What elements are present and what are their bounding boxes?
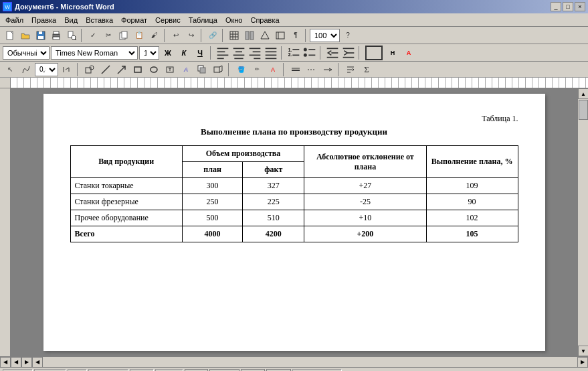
bold-button[interactable]: Ж: [161, 46, 175, 60]
undo-button[interactable]: ↩: [169, 28, 183, 43]
underline-button[interactable]: Ч: [193, 46, 207, 60]
font-select[interactable]: Times New Roman: [51, 46, 138, 60]
open-button[interactable]: [18, 28, 33, 43]
drawing-button[interactable]: [258, 28, 272, 43]
menu-edit[interactable]: Правка: [27, 15, 60, 25]
italic-button[interactable]: К: [177, 46, 191, 60]
font-color-button[interactable]: A: [401, 46, 416, 60]
draw-ellipse-button[interactable]: [146, 62, 161, 77]
table-button[interactable]: [227, 28, 241, 43]
paste-button[interactable]: 📋: [132, 28, 146, 43]
fmt-sep-3: [320, 46, 322, 60]
data-table: Вид продукции Объем производства Абсолют…: [70, 145, 518, 242]
highlight-button[interactable]: H: [385, 46, 400, 60]
menu-file[interactable]: Файл: [1, 15, 27, 25]
svg-point-59: [151, 67, 157, 72]
columns-button[interactable]: [242, 28, 257, 43]
draw-rect-button[interactable]: [130, 62, 145, 77]
increase-indent-button[interactable]: [341, 46, 356, 60]
draw-shadow-button[interactable]: [195, 62, 209, 77]
print-preview-button[interactable]: [64, 28, 79, 43]
save-button[interactable]: [33, 28, 48, 43]
menu-window[interactable]: Окно: [221, 15, 247, 25]
minimize-button[interactable]: _: [551, 2, 561, 11]
status-overtype: ЗАМ: [266, 369, 291, 372]
menu-table[interactable]: Таблица: [185, 15, 221, 25]
draw-line-style-button[interactable]: [288, 62, 303, 77]
spellcheck-button[interactable]: ✓: [86, 28, 100, 43]
scroll-up-button[interactable]: ▲: [578, 88, 588, 99]
decrease-indent-button[interactable]: [325, 46, 340, 60]
deviation-val: +27: [304, 178, 426, 194]
svg-rect-11: [122, 31, 127, 38]
indent-measure-select[interactable]: 0,5: [35, 63, 58, 76]
vertical-ruler: [0, 88, 11, 356]
draw-sort-button[interactable]: [343, 62, 358, 77]
show-hide-button[interactable]: ¶: [288, 28, 303, 43]
docmap-button[interactable]: [273, 28, 288, 43]
draw-freeform-button[interactable]: [19, 62, 33, 77]
draw-3d-button[interactable]: [211, 62, 225, 77]
draw-line-color-button[interactable]: ✏: [250, 62, 264, 77]
fact-val: 510: [243, 210, 304, 226]
tab-selector-button[interactable]: [60, 62, 74, 77]
page-nav-next-button[interactable]: ▶: [21, 357, 32, 368]
menu-view[interactable]: Вид: [60, 15, 82, 25]
plan-val: 500: [182, 210, 243, 226]
draw-font-color-button2[interactable]: A: [266, 62, 280, 77]
draw-arrow-style-button[interactable]: [320, 62, 335, 77]
format-painter-button[interactable]: 🖌: [147, 28, 162, 43]
fmt-sep-1: [210, 46, 213, 60]
product-name: Станки токарные: [70, 178, 182, 194]
page-nav-prev-button[interactable]: ◀: [11, 357, 21, 368]
menu-insert[interactable]: Вставка: [82, 15, 117, 25]
draw-sum-button[interactable]: Σ: [359, 62, 374, 77]
menu-format[interactable]: Формат: [117, 15, 151, 25]
scroll-thumb[interactable]: [579, 100, 588, 120]
align-right-button[interactable]: [248, 46, 262, 60]
menu-help[interactable]: Справка: [246, 15, 283, 25]
maximize-button[interactable]: □: [563, 2, 573, 11]
draw-sep-3: [283, 63, 286, 76]
scroll-h-track[interactable]: [43, 358, 577, 367]
draw-textbox-button[interactable]: [163, 62, 177, 77]
window-controls[interactable]: _ □ ×: [551, 2, 585, 11]
product-name: Станки фрезерные: [70, 194, 182, 210]
draw-fill-color-button[interactable]: 🪣: [233, 62, 248, 77]
scroll-left-button[interactable]: ◀: [32, 357, 43, 368]
style-select[interactable]: Обычный: [3, 46, 50, 60]
copy-button[interactable]: [116, 28, 131, 43]
size-select[interactable]: 12: [139, 46, 159, 60]
align-center-button[interactable]: [231, 46, 246, 60]
cut-button[interactable]: ✂: [101, 28, 116, 43]
close-button[interactable]: ×: [575, 2, 585, 11]
scroll-right-button[interactable]: ▶: [577, 357, 588, 368]
vertical-scrollbar[interactable]: ▲ ▼: [577, 88, 588, 356]
deviation-val-total: +200: [304, 226, 426, 242]
outside-border-button[interactable]: [364, 46, 384, 60]
svg-line-56: [102, 66, 110, 74]
numbering-button[interactable]: 1.2.: [286, 46, 301, 60]
draw-autoshapes-button[interactable]: [82, 62, 97, 77]
redo-button[interactable]: ↪: [184, 28, 199, 43]
new-button[interactable]: [3, 28, 17, 43]
horizontal-ruler: [11, 78, 588, 88]
scroll-down-button[interactable]: ▼: [578, 346, 588, 356]
align-left-button[interactable]: [215, 46, 230, 60]
scroll-track[interactable]: [578, 99, 588, 346]
draw-arrow-button[interactable]: [114, 62, 129, 77]
zoom-select[interactable]: 100%: [310, 29, 340, 42]
draw-line-button[interactable]: [98, 62, 113, 77]
draw-wordart-button[interactable]: A: [179, 62, 193, 77]
justify-button[interactable]: [264, 46, 278, 60]
page-nav-first-button[interactable]: ◀: [0, 357, 11, 368]
print-button[interactable]: [49, 28, 64, 43]
draw-dash-style-button[interactable]: [304, 62, 319, 77]
hyperlink-button[interactable]: 🔗: [205, 28, 220, 43]
draw-select-button[interactable]: ↖: [3, 62, 17, 77]
status-bar: Стр. 1 Разд 1 1/1 На 5,4см Ст 8 Кол 4 ЗА…: [0, 367, 588, 371]
zoom-help-button[interactable]: ?: [340, 28, 355, 43]
menu-tools[interactable]: Сервис: [151, 15, 185, 25]
bullets-button[interactable]: [302, 46, 317, 60]
svg-rect-52: [366, 46, 382, 60]
